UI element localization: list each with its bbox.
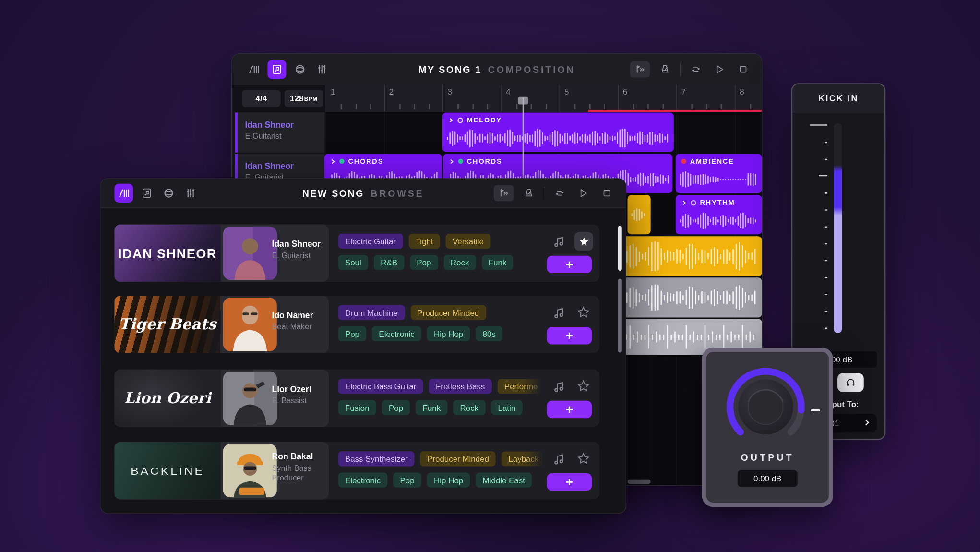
musician-avatar	[223, 372, 277, 425]
favorite-button-active[interactable]	[574, 232, 593, 251]
tag[interactable]: Producer Minded	[410, 305, 486, 320]
skill-tags: Electric Bass GuitarFretless BassPerform…	[338, 379, 545, 394]
music-notes-icon[interactable]	[552, 452, 567, 467]
stop-icon[interactable]	[598, 185, 615, 201]
loop-region-marker[interactable]	[588, 110, 762, 112]
musician-role: E. Guitarist	[272, 252, 328, 261]
timeline-ruler[interactable]: 12345678	[325, 85, 762, 112]
output-knob[interactable]	[722, 363, 809, 451]
tag[interactable]: Hip Hop	[427, 326, 470, 341]
favorite-button[interactable]	[577, 379, 590, 392]
tag[interactable]: Producer Minded	[420, 451, 496, 466]
clip-ambience[interactable]: AMBIENCE	[676, 154, 762, 193]
add-musician-button[interactable]: +	[547, 473, 592, 491]
musician-name: Idan Shneor	[272, 240, 321, 249]
tag[interactable]: Tight	[408, 234, 440, 249]
add-musician-button[interactable]: +	[547, 327, 592, 344]
tag[interactable]: 80s	[476, 326, 502, 341]
output-value[interactable]: 0.00 dB	[738, 470, 798, 487]
tag[interactable]: Electronic	[338, 473, 388, 488]
tag[interactable]: Latin	[491, 400, 522, 415]
musician-card-ido-namer[interactable]: Tiger Beats Ido Namer Beat Maker Drum Ma…	[114, 296, 599, 353]
composition-view-icon[interactable]	[139, 185, 155, 201]
musician-avatar	[223, 444, 277, 498]
strings-view-icon[interactable]	[114, 184, 133, 203]
composition-view-icon[interactable]	[267, 60, 286, 79]
tag[interactable]: Performe	[498, 379, 545, 394]
add-musician-button[interactable]: +	[547, 401, 592, 418]
mixer-view-icon[interactable]	[314, 61, 330, 78]
tag[interactable]: Funk	[416, 400, 447, 415]
clip-melody[interactable]: MELODY	[442, 112, 674, 152]
headphones-icon	[845, 377, 856, 388]
scrollbar-thumb[interactable]	[618, 226, 622, 271]
tag[interactable]: Pop	[382, 400, 410, 415]
musician-card-idan-shneor[interactable]: IDAN SHNEOR Idan Shneor E. Guitarist Ele…	[114, 225, 599, 282]
tag[interactable]: Rock	[444, 255, 476, 270]
musician-card-lior-ozeri[interactable]: Lion Ozeri Lior Ozeri E. Bassist Electri…	[114, 370, 599, 427]
play-icon[interactable]	[574, 185, 592, 201]
favorite-button[interactable]	[577, 452, 590, 465]
track-name: Idan Shneor	[245, 120, 294, 130]
play-icon[interactable]	[711, 61, 728, 78]
tag[interactable]: Rock	[453, 400, 485, 415]
browse-titlebar[interactable]: NEW SONGBROWSE	[101, 179, 626, 208]
channel-title[interactable]: KICK IN	[792, 84, 884, 113]
loop-icon[interactable]	[687, 61, 704, 78]
tempo-section: 4/4 128BPM	[232, 85, 325, 112]
music-notes-icon[interactable]	[552, 234, 567, 249]
star-outline-icon	[577, 306, 590, 319]
tag[interactable]: Fretless Bass	[429, 379, 492, 394]
composition-titlebar[interactable]: MY SONG 1COMPOSITION	[232, 54, 762, 85]
tag[interactable]: Pop	[393, 473, 421, 488]
tag[interactable]: Layback	[502, 451, 546, 466]
chevron-right-icon	[862, 418, 871, 427]
horizontal-scrollbar-thumb[interactable]	[627, 480, 650, 484]
tag[interactable]: Funk	[481, 255, 513, 270]
add-musician-button[interactable]: +	[547, 256, 592, 273]
metronome-icon[interactable]	[656, 61, 673, 78]
tag[interactable]: Bass Synthesizer	[338, 451, 415, 466]
loop-icon[interactable]	[550, 185, 568, 201]
music-notes-icon[interactable]	[552, 379, 567, 394]
clip-yellow-fragment[interactable]	[627, 195, 650, 234]
musician-card-ron-bakal[interactable]: BACKLINE Ron Bakal Synth Bass Producer B…	[114, 442, 599, 500]
tag[interactable]: Drum Machine	[338, 305, 405, 320]
waveform	[680, 210, 759, 231]
tag[interactable]: Electric Guitar	[338, 234, 403, 249]
follow-playhead-icon[interactable]	[630, 61, 650, 78]
drums-view-icon[interactable]	[161, 185, 177, 201]
time-signature-button[interactable]: 4/4	[242, 90, 281, 107]
favorite-button[interactable]	[577, 306, 590, 319]
scrollbar-thumb-secondary[interactable]	[618, 279, 622, 353]
tag[interactable]: Electric Bass Guitar	[338, 379, 423, 394]
musician-banner: IDAN SHNEOR	[114, 225, 220, 282]
tag[interactable]: Middle East	[476, 473, 532, 488]
tag[interactable]: Soul	[338, 255, 369, 270]
tag[interactable]: Fusion	[338, 400, 376, 415]
music-notes-icon[interactable]	[552, 306, 567, 321]
ruler-bar: 3	[442, 85, 502, 112]
mixer-view-icon[interactable]	[182, 185, 199, 201]
tag[interactable]: Versatile	[446, 234, 491, 249]
clip-label: CHORDS	[348, 157, 383, 165]
chevron-right-icon	[448, 117, 454, 123]
volume-fader[interactable]	[834, 123, 842, 334]
clip-rhythm[interactable]: RHYTHM	[676, 195, 762, 234]
song-title: NEW SONG	[302, 188, 364, 198]
metronome-icon[interactable]	[520, 185, 538, 201]
follow-playhead-icon[interactable]	[494, 185, 514, 201]
drums-view-icon[interactable]	[292, 61, 308, 78]
tag[interactable]: Hip Hop	[427, 473, 470, 488]
waveform	[680, 169, 759, 190]
solo-listen-button[interactable]	[837, 373, 864, 392]
track-header-1[interactable]: Idan Shneor E.Guitarist	[235, 112, 324, 152]
stop-icon[interactable]	[734, 61, 752, 78]
tag[interactable]: Pop	[338, 326, 367, 341]
tag[interactable]: Pop	[410, 255, 438, 270]
strings-view-icon[interactable]	[246, 61, 262, 78]
tag[interactable]: R&B	[374, 255, 404, 270]
ruler-bar: 5	[560, 85, 619, 112]
tag[interactable]: Electronic	[372, 326, 421, 341]
tempo-button[interactable]: 128BPM	[285, 90, 323, 107]
